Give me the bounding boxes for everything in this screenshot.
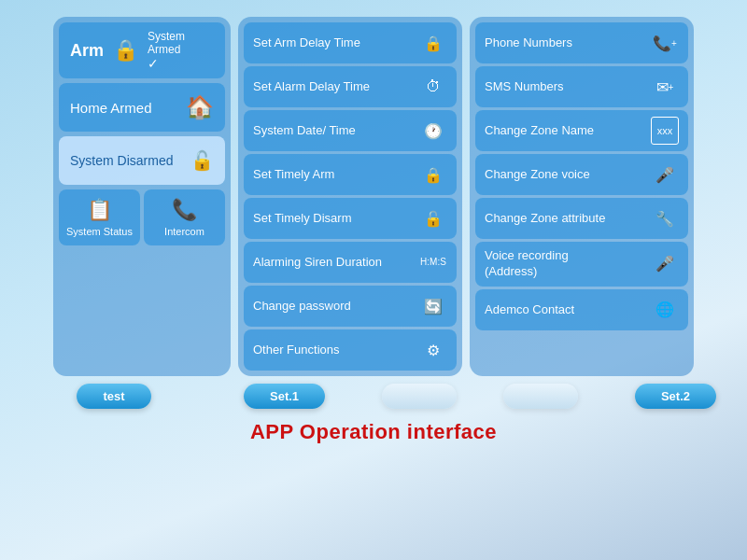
left-panel: Arm 🔒 System Armed ✓ Home Armed 🏠 System… [53,17,231,376]
test-button[interactable]: test [77,384,150,409]
intercom-btn[interactable]: 📞 Intercom [144,189,225,245]
home-armed-section[interactable]: Home Armed 🏠 [59,83,225,132]
set1-button[interactable]: Set.1 [244,384,325,409]
ademco-contact-label: Ademco Contact [485,302,651,317]
set-arm-delay-label: Set Arm Delay Time [253,35,419,50]
other-functions-label: Other Functions [253,343,419,357]
right-bottom-bar: Set.2 [498,384,722,409]
system-status-label: System Status [66,226,133,237]
system-armed-text: System Armed [148,30,214,56]
set-timely-arm-item[interactable]: Set Timely Arm 🔒 [244,154,457,195]
bottom-bar: test Set.1 Set.2 [0,384,747,414]
home-armed-label: Home Armed [70,100,152,116]
clock-icon: 🕐 [419,117,447,145]
system-status-icon: 📋 [87,198,112,222]
change-zone-voice-item[interactable]: Change Zone voice 🎤 [475,154,688,195]
voice-recording-item[interactable]: Voice recording(Address) 🎤 [475,242,688,287]
change-password-item[interactable]: Change password 🔄 [244,286,457,327]
set-alarm-delay-item[interactable]: Set Alarm Delay Time ⏱ [244,66,457,107]
password-icon: 🔄 [419,292,447,320]
settings-icon: ⚙ [419,336,447,364]
set2-button[interactable]: Set.2 [635,384,716,409]
alarming-siren-label: Alarming Siren Duration [253,255,419,270]
microphone-icon: 🎤 [651,161,679,189]
ademco-contact-item[interactable]: Ademco Contact 🌐 [475,289,688,330]
system-datetime-item[interactable]: System Date/ Time 🕐 [244,110,457,151]
phone-numbers-item[interactable]: Phone Numbers 📞+ [475,22,688,63]
change-zone-attribute-item[interactable]: Change Zone attribute 🔧 [475,198,688,239]
set-alarm-delay-icon: ⏱ [419,73,447,101]
right-blank-button[interactable] [503,384,578,409]
change-zone-voice-label: Change Zone voice [485,167,651,182]
left-bottom-bar: test [25,384,203,409]
arm-label: Arm [70,41,104,61]
set-arm-delay-icon: 🔒 [419,29,447,57]
system-status-btn[interactable]: 📋 System Status [59,189,140,245]
sms-numbers-label: SMS Numbers [485,79,651,94]
intercom-label: Intercom [164,226,204,237]
arm-section[interactable]: Arm 🔒 System Armed ✓ [59,22,225,78]
footer-title: APP Operation interface [250,420,497,444]
arm-status: System Armed ✓ [148,30,214,71]
right-panel: Phone Numbers 📞+ SMS Numbers ✉+ Change Z… [470,17,694,376]
change-zone-name-label: Change Zone Name [485,123,651,138]
set-timely-disarm-item[interactable]: Set Timely Disarm 🔓 [244,198,457,239]
system-datetime-label: System Date/ Time [253,123,419,138]
set-timely-arm-label: Set Timely Arm [253,167,419,182]
phone-numbers-icon: 📞+ [651,29,679,57]
alarming-siren-item[interactable]: Alarming Siren Duration H:M:S [244,242,457,283]
sms-icon: ✉+ [651,73,679,101]
disarm-icon: 🔓 [190,149,214,172]
home-icon: 🏠 [186,94,214,120]
bottom-icons-row: 📋 System Status 📞 Intercom [59,189,225,245]
main-content: Arm 🔒 System Armed ✓ Home Armed 🏠 System… [0,0,747,384]
sms-numbers-item[interactable]: SMS Numbers ✉+ [475,66,688,107]
globe-icon: 🌐 [651,296,679,324]
change-password-label: Change password [253,299,419,314]
voice-recording-label: Voice recording(Address) [485,248,651,280]
system-disarmed-section[interactable]: System Disarmed 🔓 [59,136,225,185]
set-arm-delay-item[interactable]: Set Arm Delay Time 🔒 [244,22,457,63]
set-timely-disarm-label: Set Timely Disarm [253,211,419,226]
center-panel: Set Arm Delay Time 🔒 Set Alarm Delay Tim… [238,17,462,376]
change-zone-name-item[interactable]: Change Zone Name xxx [475,110,688,151]
timely-disarm-icon: 🔓 [419,204,447,232]
other-functions-item[interactable]: Other Functions ⚙ [244,329,457,371]
timely-arm-icon: 🔒 [419,161,447,189]
center-bottom-bar: Set.1 [238,384,462,409]
system-disarmed-label: System Disarmed [70,153,173,168]
change-zone-attribute-label: Change Zone attribute [485,211,651,226]
phone-numbers-label: Phone Numbers [485,35,651,50]
check-icon: ✓ [148,56,159,71]
recording-icon: 🎤 [651,250,679,278]
set-alarm-delay-label: Set Alarm Delay Time [253,79,419,94]
center-blank-button[interactable] [382,384,457,409]
phone-icon: 📞 [172,198,197,222]
siren-icon: H:M:S [419,248,447,276]
arm-lock-icon: 🔒 [113,38,138,63]
zone-name-icon: xxx [651,117,679,145]
wrench-icon: 🔧 [651,204,679,232]
